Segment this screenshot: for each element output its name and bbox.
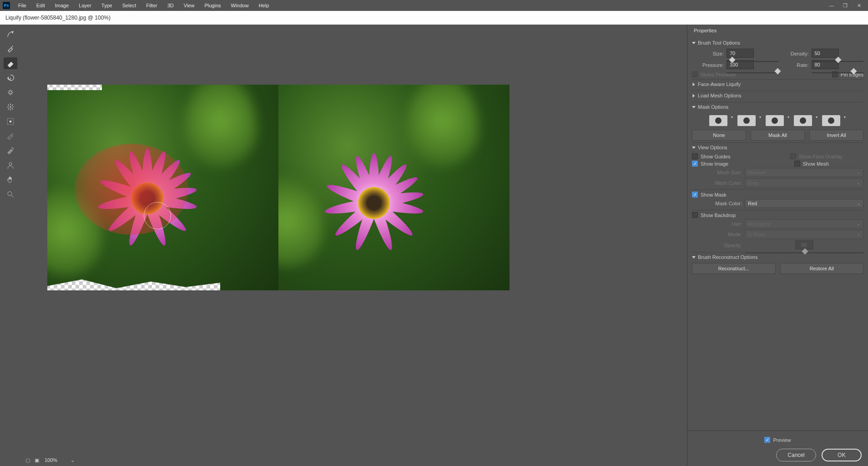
zoom-tool[interactable] [4, 188, 17, 200]
mesh-color-select: Gray⌄ [745, 178, 863, 187]
show-image-checkbox[interactable] [692, 161, 698, 167]
show-face-overlay-label: Show Face Overlay [799, 154, 843, 159]
menu-view[interactable]: View [179, 1, 199, 10]
section-brush-tool-options[interactable]: Brush Tool Options [692, 38, 863, 47]
ps-logo-icon: Ps [3, 2, 10, 9]
bloat-tool[interactable] [4, 101, 17, 113]
hand-tool[interactable] [4, 174, 17, 186]
section-label: Load Mesh Options [698, 93, 741, 98]
menu-3d[interactable]: 3D [163, 1, 178, 10]
preview-checkbox[interactable] [764, 437, 770, 443]
section-brush-reconstruct[interactable]: Brush Reconstruct Options [692, 252, 863, 262]
mask-overlay [75, 144, 188, 235]
mask-color-select[interactable]: Red⌄ [745, 199, 863, 208]
liquify-toolbar [0, 25, 21, 466]
svg-point-3 [9, 162, 12, 165]
mask-color-label: Mask Color: [692, 201, 742, 206]
svg-point-4 [8, 192, 12, 196]
preview-label: Preview [773, 437, 791, 443]
show-mask-label: Show Mask [701, 192, 727, 198]
close-window-button[interactable]: ✕ [853, 1, 865, 10]
menu-file[interactable]: File [14, 1, 31, 10]
show-mask-checkbox[interactable] [692, 192, 698, 198]
mask-mode-1[interactable] [709, 115, 727, 126]
density-label: Density: [782, 51, 809, 56]
section-load-mesh[interactable]: Load Mesh Options [692, 91, 863, 100]
face-tool[interactable] [4, 159, 17, 171]
mask-none-button[interactable]: None [692, 130, 746, 141]
reconstruct-tool[interactable] [4, 43, 17, 55]
canvas[interactable] [47, 85, 510, 290]
mask-mode-3[interactable] [766, 115, 784, 126]
title-text: Liquify (flower-5805840_1280.jpg @ 100%) [5, 15, 111, 21]
canvas-area: ▢ ▣ ⌄ [21, 25, 687, 466]
section-label: View Options [698, 145, 727, 150]
ok-button[interactable]: OK [822, 449, 862, 461]
section-label: Brush Reconstruct Options [698, 254, 757, 260]
menu-image[interactable]: Image [50, 1, 74, 10]
section-mask-options[interactable]: Mask Options [692, 102, 863, 111]
zoom-dropdown[interactable]: ⌄ [69, 457, 76, 463]
cancel-button[interactable]: Cancel [776, 449, 816, 461]
mesh-color-label: Mesh Color: [692, 180, 742, 186]
menu-window[interactable]: Window [227, 1, 253, 10]
menu-edit[interactable]: Edit [32, 1, 50, 10]
zoom-in-button[interactable]: ▣ [34, 457, 40, 463]
document-title: Liquify (flower-5805840_1280.jpg @ 100%) [0, 11, 868, 25]
brush-cursor-icon [144, 202, 171, 229]
maximize-button[interactable]: ❐ [839, 1, 852, 10]
zoom-out-button[interactable]: ▢ [25, 457, 31, 463]
pucker-tool[interactable] [4, 86, 17, 98]
menu-type[interactable]: Type [97, 1, 117, 10]
show-image-label: Show Image [701, 161, 728, 167]
opacity-input [795, 240, 813, 249]
stylus-pressure-checkbox [692, 71, 698, 77]
mesh-size-select: Medium⌄ [745, 168, 863, 177]
menu-bar: Ps File Edit Image Layer Type Select Fil… [0, 0, 868, 11]
section-view-options[interactable]: View Options [692, 142, 863, 152]
push-left-tool[interactable] [4, 116, 17, 127]
show-mesh-label: Show Mesh [803, 161, 829, 167]
show-guides-checkbox[interactable] [692, 153, 698, 159]
mesh-size-label: Mesh Size: [692, 170, 742, 175]
thaw-mask-tool[interactable] [4, 145, 17, 157]
pressure-label: Pressure: [692, 62, 724, 68]
menu-filter[interactable]: Filter [141, 1, 161, 10]
section-label: Brush Tool Options [698, 40, 740, 46]
section-label: Mask Options [698, 104, 728, 110]
mode-select: In Front⌄ [745, 230, 863, 239]
twirl-tool[interactable] [4, 72, 17, 84]
svg-point-2 [10, 121, 12, 123]
show-face-overlay-checkbox [790, 153, 796, 159]
minimize-button[interactable]: — [825, 1, 838, 10]
smooth-tool[interactable] [4, 57, 17, 69]
forward-warp-tool[interactable] [4, 28, 17, 40]
mask-all-button[interactable]: Mask All [751, 130, 805, 141]
show-backdrop-checkbox[interactable] [692, 212, 698, 218]
use-label: Use: [692, 221, 742, 227]
mask-mode-5[interactable] [822, 115, 840, 126]
show-mesh-checkbox[interactable] [794, 161, 800, 167]
menu-plugins[interactable]: Plugins [200, 1, 225, 10]
restore-all-button[interactable]: Restore All [780, 263, 864, 274]
use-select: All Layers⌄ [745, 219, 863, 228]
density-input[interactable] [812, 49, 839, 58]
show-guides-label: Show Guides [701, 154, 730, 159]
freeze-mask-tool[interactable] [4, 130, 17, 142]
svg-point-0 [10, 106, 11, 108]
opacity-label: Opacity: [692, 243, 742, 248]
mask-mode-4[interactable] [794, 115, 812, 126]
section-face-aware[interactable]: Face-Aware Liquify [692, 79, 863, 89]
properties-panel: Properties Brush Tool Options Size: Dens… [687, 25, 868, 466]
menu-select[interactable]: Select [118, 1, 141, 10]
zoom-input[interactable] [43, 456, 66, 464]
panel-title: Properties [692, 25, 863, 36]
mask-invert-button[interactable]: Invert All [809, 130, 863, 141]
reconstruct-button[interactable]: Reconstruct... [692, 263, 776, 274]
mask-mode-2[interactable] [737, 115, 756, 126]
menu-layer[interactable]: Layer [74, 1, 96, 10]
mode-label: Mode: [692, 232, 742, 237]
size-input[interactable] [727, 49, 754, 58]
zoom-bar: ▢ ▣ ⌄ [21, 454, 687, 466]
menu-help[interactable]: Help [254, 1, 274, 10]
